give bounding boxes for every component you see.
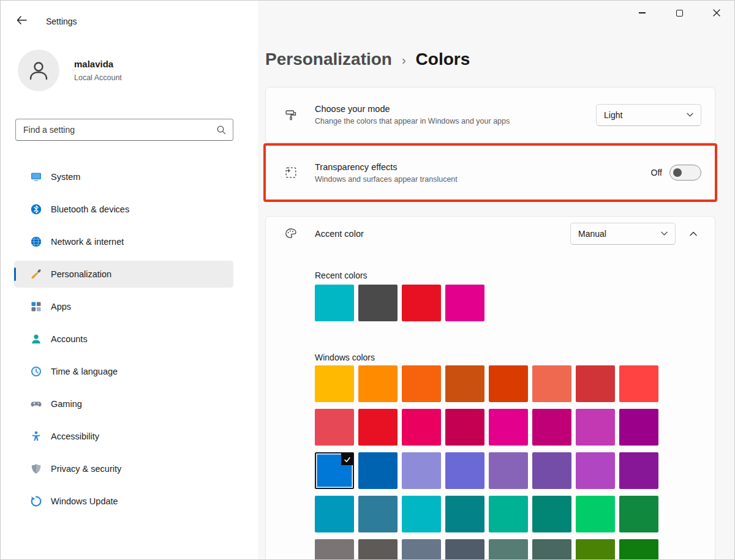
windows-color-swatch[interactable] xyxy=(619,496,658,532)
windows-color-swatch[interactable] xyxy=(445,452,484,489)
sidebar-item-label: Accounts xyxy=(51,334,88,344)
windows-color-swatch[interactable] xyxy=(576,409,615,446)
user-name: malavida xyxy=(74,59,113,69)
sidebar-item-personalization[interactable]: Personalization xyxy=(14,261,233,288)
search-input[interactable] xyxy=(16,119,233,140)
chevron-down-icon xyxy=(661,231,668,236)
windows-color-swatch[interactable] xyxy=(402,539,441,560)
sidebar-item-label: Bluetooth & devices xyxy=(51,204,129,214)
windows-color-swatch[interactable] xyxy=(445,496,484,532)
windows-color-swatch[interactable] xyxy=(402,409,441,446)
brush-icon xyxy=(30,268,42,280)
windows-color-swatch[interactable] xyxy=(576,539,615,560)
windows-color-swatch[interactable] xyxy=(576,365,615,402)
windows-colors-label: Windows colors xyxy=(315,353,375,362)
setting-subtitle: Change the colors that appear in Windows… xyxy=(315,117,596,125)
windows-color-swatch[interactable] xyxy=(358,409,398,446)
collapse-button[interactable] xyxy=(684,225,703,243)
monitor-icon xyxy=(30,171,42,183)
selected-check-icon xyxy=(341,454,353,465)
windows-color-swatch[interactable] xyxy=(532,365,571,402)
windows-color-swatch[interactable] xyxy=(489,409,528,446)
breadcrumb-parent[interactable]: Personalization xyxy=(265,50,392,69)
windows-color-swatch[interactable] xyxy=(445,365,484,402)
back-arrow-icon xyxy=(17,16,27,24)
windows-color-swatch[interactable] xyxy=(576,496,615,532)
minimize-icon xyxy=(639,12,646,13)
sidebar-item-label: System xyxy=(51,172,80,182)
sidebar-item-accounts[interactable]: Accounts xyxy=(14,326,233,353)
back-button[interactable] xyxy=(12,10,31,30)
windows-color-swatch[interactable] xyxy=(489,539,528,560)
windows-color-swatch[interactable] xyxy=(619,409,658,446)
sidebar-item-system[interactable]: System xyxy=(14,163,233,190)
windows-color-swatch[interactable] xyxy=(315,365,354,402)
windows-color-swatch[interactable] xyxy=(619,365,658,402)
close-icon xyxy=(713,9,720,17)
apps-icon xyxy=(30,301,42,313)
user-account-type: Local Account xyxy=(74,73,122,82)
sidebar-item-network-internet[interactable]: Network & internet xyxy=(14,228,233,255)
sidebar-item-time-language[interactable]: Time & language xyxy=(14,358,233,385)
card-text: Transparency effects Windows and surface… xyxy=(315,162,651,184)
search-box xyxy=(15,119,233,141)
windows-color-swatch[interactable] xyxy=(315,496,354,532)
sidebar-item-gaming[interactable]: Gaming xyxy=(14,390,233,417)
windows-color-swatch[interactable] xyxy=(489,365,528,402)
windows-color-swatch[interactable] xyxy=(358,496,398,532)
windows-color-swatch[interactable] xyxy=(358,452,398,489)
accent-color-dropdown[interactable]: Manual xyxy=(570,223,676,245)
windows-color-swatch[interactable] xyxy=(532,452,571,489)
breadcrumb-separator-icon: › xyxy=(402,53,406,67)
windows-color-swatch[interactable] xyxy=(315,539,354,560)
windows-color-swatch[interactable] xyxy=(402,452,441,489)
selected-accent-bar xyxy=(14,267,16,281)
windows-color-swatch[interactable] xyxy=(445,409,484,446)
windows-color-swatch[interactable] xyxy=(532,539,571,560)
card-choose-mode: Choose your mode Change the colors that … xyxy=(265,87,715,143)
search-icon xyxy=(216,125,227,135)
sidebar-item-accessibility[interactable]: Accessibility xyxy=(14,423,233,450)
windows-color-swatch[interactable] xyxy=(532,496,571,532)
minimize-button[interactable] xyxy=(628,1,656,25)
setting-subtitle: Windows and surfaces appear translucent xyxy=(315,175,651,184)
windows-color-swatch[interactable] xyxy=(619,539,658,560)
setting-title: Accent color xyxy=(315,229,570,239)
windows-color-swatch[interactable] xyxy=(402,496,441,532)
palette-icon xyxy=(284,227,298,241)
recent-color-swatch[interactable] xyxy=(445,285,484,321)
windows-color-swatch[interactable] xyxy=(315,452,354,489)
windows-color-swatch[interactable] xyxy=(358,539,398,560)
windows-color-swatch[interactable] xyxy=(315,409,354,446)
window-title: Settings xyxy=(46,17,77,26)
recent-color-swatch[interactable] xyxy=(315,285,354,321)
shield-icon xyxy=(30,463,42,475)
paint-roller-icon xyxy=(284,108,298,122)
sidebar-item-apps[interactable]: Apps xyxy=(14,293,233,320)
accent-color-header[interactable]: Accent color Manual xyxy=(266,217,715,250)
user-icon xyxy=(26,58,51,83)
sidebar-item-bluetooth-devices[interactable]: Bluetooth & devices xyxy=(14,196,233,223)
windows-color-swatch[interactable] xyxy=(489,452,528,489)
card-transparency-effects: Transparency effects Windows and surface… xyxy=(266,146,715,200)
sidebar-item-privacy-security[interactable]: Privacy & security xyxy=(14,455,233,482)
toggle-state-label: Off xyxy=(651,168,662,177)
annotation-highlight-box: Transparency effects Windows and surface… xyxy=(263,143,717,202)
windows-color-swatch[interactable] xyxy=(532,409,571,446)
windows-color-swatch[interactable] xyxy=(619,452,658,489)
windows-color-swatch[interactable] xyxy=(402,365,441,402)
transparency-toggle[interactable] xyxy=(669,165,701,181)
sidebar-item-windows-update[interactable]: Windows Update xyxy=(14,488,233,515)
windows-color-swatch[interactable] xyxy=(445,539,484,560)
recent-color-swatch[interactable] xyxy=(402,285,441,321)
windows-color-swatch[interactable] xyxy=(358,365,398,402)
mode-dropdown[interactable]: Light xyxy=(596,104,701,126)
windows-color-swatch[interactable] xyxy=(576,452,615,489)
person-icon xyxy=(30,333,42,345)
chevron-up-icon xyxy=(690,231,697,236)
close-button[interactable] xyxy=(703,1,731,25)
maximize-button[interactable] xyxy=(665,1,693,25)
recent-color-swatch[interactable] xyxy=(358,285,398,321)
settings-window: Settings malavida Local Account SystemBl… xyxy=(0,0,735,560)
windows-color-swatch[interactable] xyxy=(489,496,528,532)
